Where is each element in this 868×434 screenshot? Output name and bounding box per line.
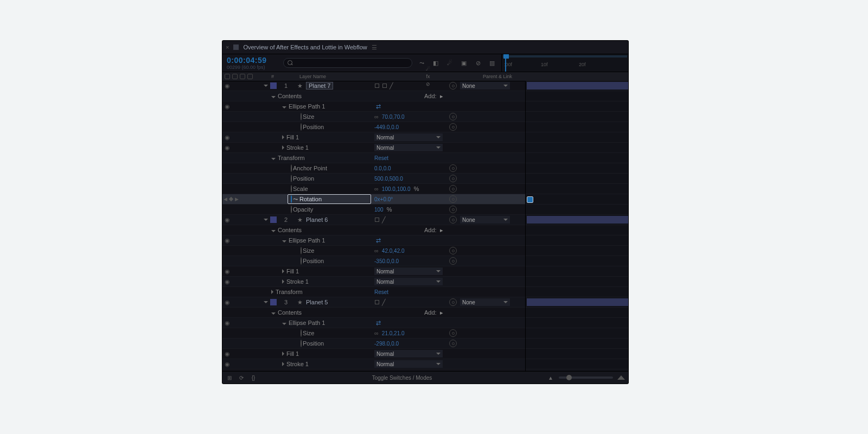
graph-icon[interactable]: ⤳ xyxy=(293,196,298,202)
property-row[interactable]: Position -350.0,0.0 xyxy=(222,256,525,266)
property-row[interactable]: Size ∞42.0,42.0 xyxy=(222,246,525,256)
property-value[interactable]: -449.0,0.0 xyxy=(374,124,399,130)
zoom-handle[interactable] xyxy=(566,375,572,380)
pickwhip-icon[interactable] xyxy=(449,113,457,120)
blend-mode-dropdown[interactable]: Normal xyxy=(374,350,443,358)
twirl-icon[interactable] xyxy=(282,135,284,139)
toggle-switches-button[interactable]: Toggle Switches / Modes xyxy=(372,375,432,381)
stopwatch-icon[interactable] xyxy=(291,164,292,172)
twirl-icon[interactable] xyxy=(282,145,284,150)
add-button-icon[interactable]: ▸ xyxy=(440,227,443,234)
direction-icons[interactable]: ⇄ xyxy=(374,319,382,327)
direction-icons[interactable]: ⇄ xyxy=(374,237,382,244)
twirl-icon[interactable] xyxy=(282,279,284,284)
twirl-icon[interactable] xyxy=(282,269,284,273)
layer-name[interactable]: Planet 6 xyxy=(306,216,328,223)
switch-icon[interactable]: ╱ xyxy=(390,82,393,90)
twirl-icon[interactable] xyxy=(282,362,284,366)
pickwhip-icon[interactable] xyxy=(449,298,457,306)
twirl-icon[interactable] xyxy=(282,352,284,356)
timeline-row[interactable] xyxy=(526,81,628,91)
layer-name[interactable]: Planet 5 xyxy=(306,299,328,305)
tab-menu-icon[interactable]: ☰ xyxy=(372,44,377,51)
layer-duration-bar[interactable] xyxy=(527,216,628,224)
link-icon[interactable]: ∞ xyxy=(374,330,379,336)
switch-icon[interactable] xyxy=(374,299,380,305)
property-group-row[interactable]: Transform Reset xyxy=(222,287,525,297)
property-value[interactable]: 500.0,500.0 xyxy=(374,176,403,182)
parent-dropdown[interactable]: None xyxy=(460,82,510,90)
search-input[interactable] xyxy=(283,58,412,68)
property-group-row[interactable]: ◉ Stroke 1 Normal xyxy=(222,359,525,369)
composition-title[interactable]: Overview of After Effects and Lottie in … xyxy=(243,44,367,50)
stopwatch-icon[interactable] xyxy=(301,247,302,254)
twirl-icon[interactable] xyxy=(264,219,268,221)
time-ruler[interactable]: :00f 10f 20f xyxy=(501,54,628,72)
property-value[interactable]: 0.0,0.0 xyxy=(374,165,391,171)
add-button-icon[interactable]: ▸ xyxy=(440,93,443,100)
property-row[interactable]: Size ∞21.0,21.0 xyxy=(222,328,525,339)
layer-color-chip[interactable] xyxy=(270,299,277,305)
property-group-row[interactable]: ◉ Stroke 1 Normal xyxy=(222,277,525,287)
layer-search[interactable] xyxy=(283,58,412,68)
pickwhip-icon[interactable] xyxy=(449,247,457,254)
property-group-row[interactable]: ◉ Fill 1 Normal xyxy=(222,132,525,143)
add-button-icon[interactable]: ▸ xyxy=(440,309,443,316)
property-group-row[interactable]: ◉ Ellipse Path 1 ⇄ xyxy=(222,235,525,246)
property-value[interactable]: 0x+0.0° xyxy=(374,196,393,202)
visibility-toggle[interactable]: ◉ xyxy=(224,216,231,224)
footer-icon[interactable]: {} xyxy=(250,374,257,381)
pickwhip-icon[interactable] xyxy=(449,164,457,172)
prev-keyframe-icon[interactable]: ◀ xyxy=(224,196,227,202)
pickwhip-icon[interactable] xyxy=(449,82,457,90)
stopwatch-icon[interactable] xyxy=(301,123,302,131)
layer-row[interactable]: ◉ 2 ★ Planet 6 ╱ None xyxy=(222,215,525,225)
link-icon[interactable]: ∞ xyxy=(374,113,379,120)
direction-icons[interactable]: ⇄ xyxy=(374,103,382,110)
keyframe-diamond-icon[interactable] xyxy=(229,197,233,201)
timeline-row[interactable] xyxy=(526,297,628,308)
switch-icon[interactable] xyxy=(374,217,380,222)
visibility-toggle[interactable]: ◉ xyxy=(224,82,231,90)
stopwatch-icon[interactable] xyxy=(291,185,292,193)
work-area-bar[interactable] xyxy=(503,55,627,58)
keyframe-navigator[interactable]: ◀▶ xyxy=(224,196,239,202)
switch-icon[interactable] xyxy=(374,83,380,88)
property-value[interactable]: 100 xyxy=(374,207,384,213)
stopwatch-icon[interactable] xyxy=(291,175,292,182)
property-value[interactable]: 21.0,21.0 xyxy=(382,330,405,336)
pickwhip-icon[interactable] xyxy=(449,216,457,224)
property-group-row[interactable]: Contents Add:▸ xyxy=(222,225,525,235)
layer-name[interactable]: Planet 7 xyxy=(306,82,333,90)
timeline-row[interactable] xyxy=(526,215,628,225)
switch-icon[interactable]: ╱ xyxy=(382,216,386,224)
pickwhip-icon[interactable] xyxy=(449,123,457,131)
layer-duration-bar[interactable] xyxy=(527,298,628,306)
reset-link[interactable]: Reset xyxy=(374,289,388,295)
stopwatch-icon[interactable] xyxy=(301,113,302,120)
pickwhip-icon[interactable] xyxy=(449,340,457,347)
stopwatch-icon[interactable] xyxy=(301,340,302,347)
solo-column-icon[interactable] xyxy=(240,74,245,79)
stopwatch-icon[interactable] xyxy=(301,257,302,265)
property-group-row[interactable]: Contents Add:▸ xyxy=(222,308,525,318)
layer-row[interactable]: ◉ 1 ★ Planet 7 ╱ None xyxy=(222,81,525,91)
zoom-in-icon[interactable] xyxy=(617,375,625,380)
layer-row[interactable]: ◉ 3 ★ Planet 5 ╱ None xyxy=(222,297,525,308)
stopwatch-icon[interactable] xyxy=(301,329,302,337)
property-row-rotation[interactable]: ◀▶ ⤳ Rotation 0x+0.0° xyxy=(222,194,525,205)
cti-head-icon[interactable] xyxy=(503,54,509,59)
property-row[interactable]: Anchor Point 0.0,0.0 xyxy=(222,163,525,174)
footer-icon[interactable]: ⊞ xyxy=(226,374,233,381)
timeline-row-rotation[interactable] xyxy=(526,194,628,205)
zoom-out-icon[interactable]: ▲ xyxy=(547,374,554,381)
twirl-icon[interactable] xyxy=(271,158,276,160)
video-column-icon[interactable] xyxy=(225,74,230,79)
pickwhip-icon[interactable] xyxy=(449,185,457,193)
twirl-icon[interactable] xyxy=(271,96,276,98)
reset-link[interactable]: Reset xyxy=(374,155,388,161)
property-value[interactable]: -298.0,0.0 xyxy=(374,341,399,347)
property-group-row[interactable]: ◉ Ellipse Path 1 ⇄ xyxy=(222,318,525,328)
property-row[interactable]: Size ∞70.0,70.0 xyxy=(222,112,525,122)
property-group-row[interactable]: Transform Reset xyxy=(222,153,525,163)
